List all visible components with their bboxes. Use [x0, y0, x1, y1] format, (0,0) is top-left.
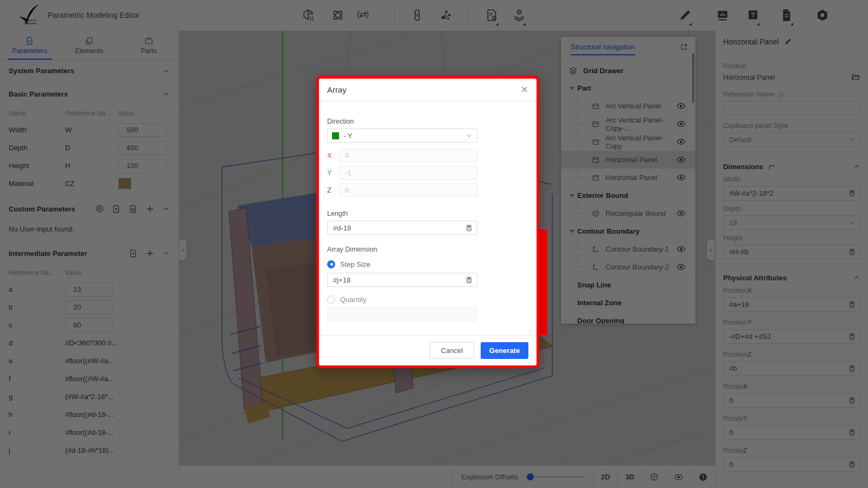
- quantity-label: Quantity: [340, 296, 366, 304]
- modal-header: Array ✕: [319, 79, 537, 101]
- length-value: #d-18: [333, 224, 465, 232]
- step-size-label: Step Size: [340, 260, 371, 268]
- y-direction-input[interactable]: -1: [339, 166, 477, 179]
- x-direction-input[interactable]: 0: [339, 149, 477, 162]
- step-size-radio[interactable]: [327, 260, 335, 268]
- quantity-radio[interactable]: [327, 296, 335, 304]
- modal-title: Array: [327, 85, 347, 94]
- z-direction-row: Z 0: [327, 183, 528, 197]
- close-icon[interactable]: ✕: [521, 84, 528, 95]
- cancel-button[interactable]: Cancel: [430, 342, 474, 359]
- x-direction-row: X 0: [327, 149, 528, 162]
- length-label: Length: [327, 210, 528, 217]
- quantity-input[interactable]: [327, 308, 477, 322]
- array-modal: Array ✕ Direction - Y X 0 Y -1 Z 0 Lengt…: [316, 76, 539, 368]
- direction-select[interactable]: - Y: [327, 129, 477, 143]
- calculator-icon[interactable]: [465, 276, 473, 284]
- x-axis-label: X: [327, 151, 339, 159]
- array-dimension-label: Array Dimension: [327, 246, 528, 253]
- step-size-input[interactable]: #j+18: [327, 273, 477, 287]
- calculator-icon[interactable]: [465, 224, 473, 232]
- y-axis-label: Y: [327, 169, 339, 177]
- generate-button[interactable]: Generate: [481, 342, 528, 359]
- direction-label: Direction: [327, 118, 528, 125]
- direction-value: - Y: [343, 132, 461, 140]
- y-direction-row: Y -1: [327, 166, 528, 179]
- highlight-red-bar: [539, 229, 547, 335]
- quantity-radio-row[interactable]: Quantity: [327, 294, 528, 305]
- chevron-down-icon: [465, 132, 473, 139]
- modal-footer: Cancel Generate: [319, 335, 537, 365]
- z-axis-label: Z: [327, 186, 339, 194]
- direction-color-swatch: [332, 132, 339, 139]
- length-input[interactable]: #d-18: [327, 221, 477, 235]
- z-direction-input[interactable]: 0: [339, 183, 477, 197]
- step-size-value: #j+18: [333, 276, 465, 284]
- step-size-radio-row[interactable]: Step Size: [327, 259, 528, 269]
